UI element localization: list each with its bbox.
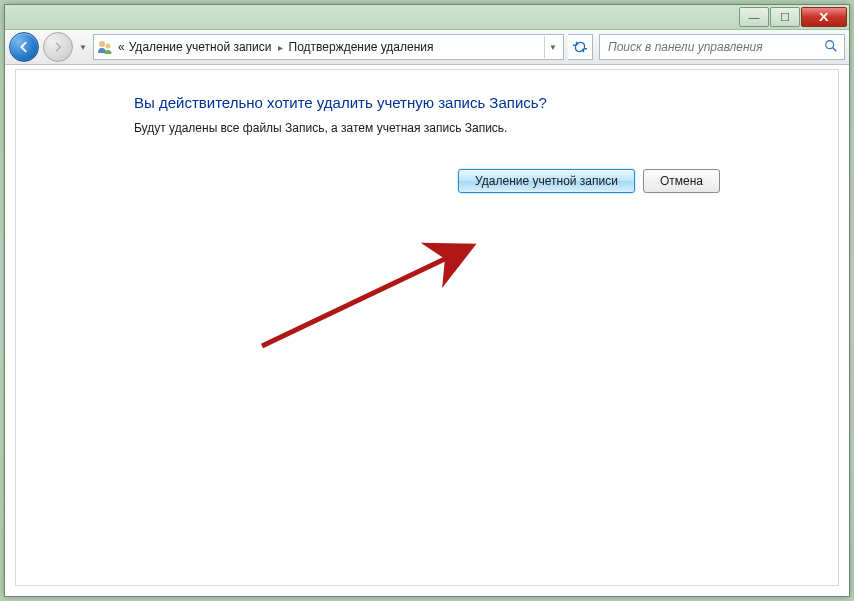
svg-point-2 [826,40,834,48]
minimize-icon: — [749,11,760,23]
svg-line-4 [262,246,472,346]
search-box[interactable] [599,34,845,60]
svg-point-1 [106,44,111,49]
svg-line-3 [833,47,837,51]
breadcrumb-item-2[interactable]: Подтверждение удаления [289,40,434,54]
page-heading: Вы действительно хотите удалить учетную … [134,94,720,111]
forward-arrow-icon [52,41,64,53]
page-description: Будут удалены все файлы Запись, а затем … [134,121,720,135]
search-input[interactable] [606,39,818,55]
nav-history-dropdown[interactable]: ▼ [77,37,89,57]
annotation-arrow-icon [254,228,494,358]
chevron-right-icon: ▸ [276,42,285,53]
svg-point-0 [99,41,105,47]
back-button[interactable] [9,32,39,62]
navigation-toolbar: ▼ « Удаление учетной записи ▸ Подтвержде… [5,30,849,65]
search-icon [824,39,838,56]
address-dropdown[interactable]: ▼ [544,36,561,58]
titlebar: — ☐ X [5,5,849,30]
back-arrow-icon [17,40,31,54]
close-icon: X [819,11,829,23]
breadcrumb-item-1[interactable]: Удаление учетной записи [129,40,272,54]
refresh-button[interactable] [568,34,593,60]
forward-button[interactable] [43,32,73,62]
content-pane: Вы действительно хотите удалить учетную … [15,69,839,586]
close-button[interactable]: X [801,7,847,27]
button-row: Удаление учетной записи Отмена [134,169,720,193]
refresh-icon [573,40,587,54]
user-accounts-icon [96,38,114,56]
address-bar[interactable]: « Удаление учетной записи ▸ Подтверждени… [93,34,564,60]
maximize-icon: ☐ [780,11,790,24]
maximize-button[interactable]: ☐ [770,7,800,27]
breadcrumb-prefix: « [118,40,125,54]
minimize-button[interactable]: — [739,7,769,27]
control-panel-window: — ☐ X ▼ « Удаление учетной записи ▸ Подт… [4,4,850,597]
delete-account-button[interactable]: Удаление учетной записи [458,169,635,193]
desktop: — ☐ X ▼ « Удаление учетной записи ▸ Подт… [0,0,854,601]
cancel-button[interactable]: Отмена [643,169,720,193]
